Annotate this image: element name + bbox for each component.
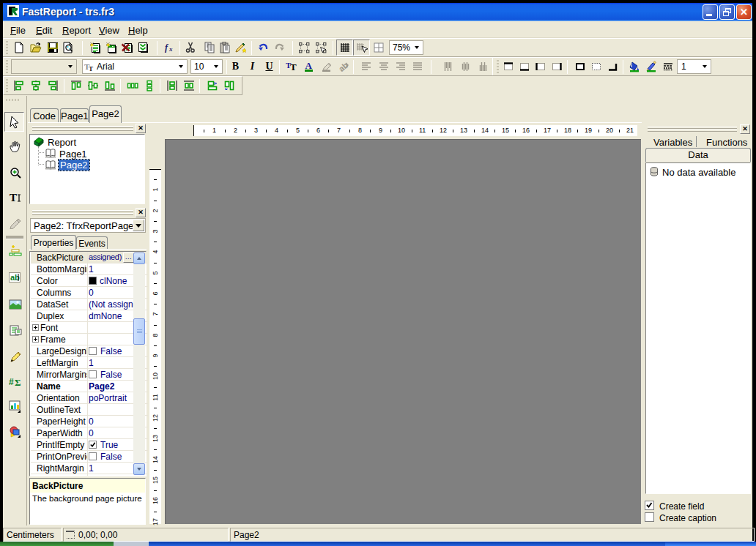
svg-text:Σ: Σ [15,377,21,388]
svg-text:T: T [290,61,297,72]
svg-text:T: T [10,192,17,203]
svg-text:ab: ab [338,61,349,72]
svg-text:A: A [305,61,312,71]
svg-text:x: x [168,45,173,53]
svg-text:T: T [89,65,93,72]
svg-text:#: # [9,377,14,387]
svg-text:f: f [165,42,168,53]
